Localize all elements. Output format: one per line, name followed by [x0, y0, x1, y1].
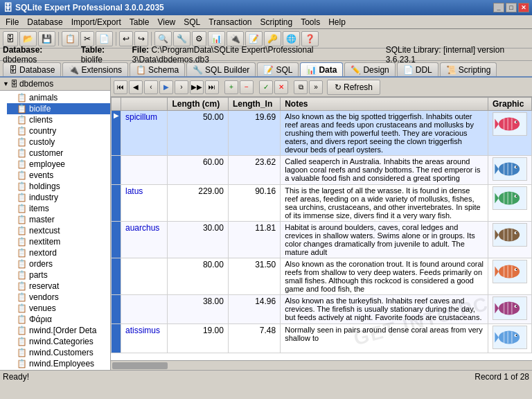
sidebar-item-venues[interactable]: 📋 venues [7, 303, 110, 314]
horizontal-scrollbar[interactable] [111, 360, 532, 370]
tab-extensions[interactable]: 🔌Extensions [62, 62, 128, 76]
refresh-button[interactable]: ↻ Refresh [327, 80, 380, 95]
sidebar-item-nwind-categories[interactable]: 📋 nwind.Categories [7, 336, 110, 347]
toolbar-btn-5[interactable]: ✂ [80, 31, 94, 46]
nav-delete-button[interactable]: − [240, 80, 254, 94]
sidebar-item-items[interactable]: 📋 items [7, 203, 110, 214]
table-row[interactable]: 80.0031.50Also known as the coronation t… [112, 258, 532, 295]
sidebar-item-nwind-order[interactable]: 📋 nwind.[Order Deta [7, 325, 110, 336]
tab-data[interactable]: 📊Data [300, 62, 343, 76]
sidebar-item-orders[interactable]: 📋 orders [7, 258, 110, 269]
db-root-label[interactable]: dbdemos [19, 79, 53, 89]
tab-database[interactable]: 🗄Database [3, 62, 61, 76]
table-row[interactable]: 60.0023.62Called seaperch in Australia. … [112, 156, 532, 185]
tab-ddl[interactable]: 📄DDL [397, 62, 438, 76]
col-header-length-cm[interactable]: Length (cm) [168, 98, 228, 111]
sidebar-item-nwind-customers[interactable]: 📋 nwind.Customers [7, 347, 110, 358]
nav-cancel-button[interactable]: ✕ [274, 80, 288, 94]
minimize-button[interactable]: _ [493, 3, 504, 12]
nav-confirm-button[interactable]: ✓ [259, 80, 273, 94]
nav-prev-button[interactable]: ‹ [144, 80, 158, 94]
tab-sql-builder[interactable]: 🔧SQL Builder [186, 62, 256, 76]
sidebar-item-holdings[interactable]: 📋 holdings [7, 181, 110, 192]
close-button[interactable]: ✕ [518, 3, 529, 12]
sidebar-item-clients[interactable]: 📋 clients [7, 114, 110, 125]
toolbar-btn-11[interactable]: ⚙ [192, 31, 206, 46]
nav-next-button[interactable]: › [175, 80, 188, 94]
nav-next-page-button[interactable]: ▶▶ [190, 80, 204, 94]
col-header-notes[interactable]: Notes [281, 98, 488, 111]
scrollbar-thumb[interactable] [112, 362, 168, 369]
menu-database[interactable]: Database [23, 16, 66, 28]
tab-scripting[interactable]: 📜Scripting [440, 62, 497, 76]
nav-prev-page-button[interactable]: ◀ [129, 80, 143, 94]
toolbar-btn-8[interactable]: ↪ [134, 31, 148, 46]
menu-table[interactable]: Table [125, 16, 154, 28]
sidebar-item-country[interactable]: 📋 country [7, 125, 110, 136]
nav-add-button[interactable]: + [224, 80, 238, 94]
toolbar-btn-9[interactable]: 🔍 [154, 31, 172, 46]
collapse-icon[interactable]: ▼ [3, 80, 9, 87]
col-notes: Normally seen in pairs around dense cora… [281, 324, 488, 353]
sidebar-item-biolife[interactable]: 📋 biolife [7, 103, 110, 114]
sidebar-item-master[interactable]: 📋 master [7, 214, 110, 225]
menu-file[interactable]: File [1, 16, 23, 28]
data-table-wrapper[interactable]: GET INTO PC Length (cm) Length_In Notes … [111, 97, 532, 360]
col-length-in: 11.81 [228, 222, 280, 258]
toolbar-btn-15[interactable]: 🔑 [264, 31, 281, 46]
toolbar-btn-13[interactable]: 🔌 [227, 31, 244, 46]
nav-copy-button[interactable]: ⧉ [294, 80, 308, 94]
sidebar-item-custoly[interactable]: 📋 custoly [7, 136, 110, 148]
table-icon: 📋 [17, 93, 27, 103]
tab-design[interactable]: ✏️Design [344, 62, 395, 76]
sidebar-item-nextord[interactable]: 📋 nextord [7, 247, 110, 258]
toolbar-btn-14[interactable]: 📝 [245, 31, 263, 46]
toolbar-btn-2[interactable]: 📂 [19, 31, 37, 46]
sidebar-item-nextitem[interactable]: 📋 nextitem [7, 236, 110, 247]
sidebar-item-customer[interactable]: 📋 customer [7, 148, 110, 159]
toolbar-btn-10[interactable]: 🔧 [173, 31, 190, 46]
maximize-button[interactable]: □ [506, 3, 517, 12]
toolbar-btn-6[interactable]: 📄 [96, 31, 113, 46]
sidebar-item-nextcust[interactable]: 📋 nextcust [7, 225, 110, 236]
table-row[interactable]: 38.0014.96Also known as the turkeyfish. … [112, 295, 532, 324]
nav-last-button[interactable]: ⏭ [205, 80, 219, 94]
table-row[interactable]: auarchus30.0011.81Habitat is around boul… [112, 222, 532, 258]
menu-help[interactable]: Help [324, 16, 350, 28]
menu-import-export[interactable]: Import/Export [67, 16, 125, 28]
sidebar-item-events[interactable]: 📋 events [7, 170, 110, 181]
nav-play-button[interactable]: ▶ [159, 80, 173, 94]
sidebar-item-animals[interactable]: 📋 animals [7, 92, 110, 103]
table-row[interactable]: atissimus19.007.48Normally seen in pairs… [112, 324, 532, 353]
nav-extra-button[interactable]: » [309, 80, 323, 94]
sidebar-item-nwind-employees[interactable]: 📋 nwind.Employees [7, 358, 110, 369]
title-bar: 🗄 SQLite Expert Professional 3.0.0.2035 … [0, 0, 532, 15]
tab-sql[interactable]: 📝SQL [257, 62, 299, 76]
toolbar-btn-3[interactable]: 💾 [38, 31, 55, 46]
menu-sql[interactable]: SQL [179, 16, 204, 28]
nav-first-button[interactable]: ⏮ [114, 80, 127, 94]
col-header-name[interactable] [121, 98, 168, 111]
tab-schema[interactable]: 📋Schema [130, 62, 185, 76]
table-row[interactable]: latus229.0090.16This is the largest of a… [112, 185, 532, 222]
col-header-length-in[interactable]: Length_In [228, 98, 280, 111]
sidebar-item-reservat[interactable]: 📋 reservat [7, 281, 110, 292]
sidebar-item-parts[interactable]: 📋 parts [7, 269, 110, 281]
sidebar-item-industry[interactable]: 📋 industry [7, 192, 110, 203]
sidebar-item-vendors[interactable]: 📋 vendors [7, 292, 110, 303]
col-header-graphic[interactable]: Graphic [488, 98, 532, 111]
sidebar-item-faria[interactable]: 📋 Φάρια [7, 314, 110, 325]
sidebar-item-employee[interactable]: 📋 employee [7, 159, 110, 170]
toolbar-btn-17[interactable]: ❓ [301, 31, 319, 46]
menu-view[interactable]: View [153, 16, 179, 28]
menu-scripting[interactable]: Scripting [256, 16, 297, 28]
toolbar-btn-4[interactable]: 📋 [62, 31, 79, 46]
toolbar-btn-16[interactable]: 🌐 [283, 31, 300, 46]
toolbar-btn-7[interactable]: ↩ [119, 31, 133, 46]
table-row[interactable]: ▶spicillum50.0019.69Also known as the bi… [112, 111, 532, 156]
toolbar-btn-12[interactable]: 📊 [208, 31, 225, 46]
menu-tools[interactable]: Tools [296, 16, 324, 28]
sidebar-item-nwind-orders[interactable]: 📋 nwind.Orders [7, 369, 110, 370]
menu-transaction[interactable]: Transaction [204, 16, 256, 28]
toolbar-btn-1[interactable]: 🗄 [3, 31, 18, 46]
